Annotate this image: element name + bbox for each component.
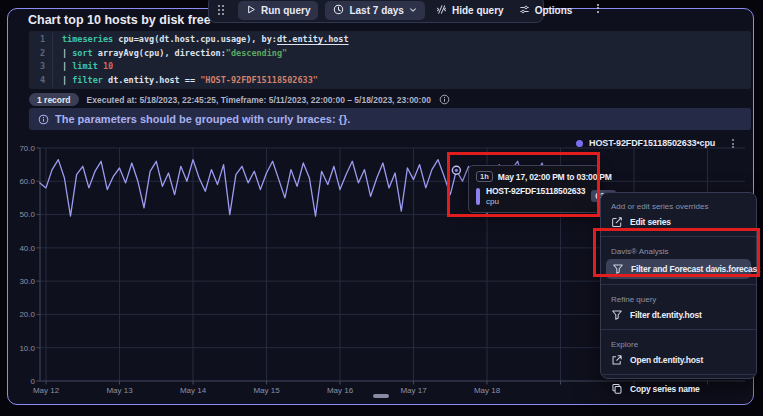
code-text: | filter dt.entity.host == "HOST-92FDF15… (53, 74, 318, 88)
options-label: Options (535, 5, 573, 16)
code-line-1[interactable]: 1timeseries cpu=avg(dt.host.cpu.usage), … (29, 33, 751, 47)
legend-menu-button[interactable] (727, 137, 739, 150)
drag-handle-icon[interactable] (218, 5, 224, 15)
banner-text: The parameters should be grouped with cu… (55, 113, 350, 125)
menu-item-filter-and-forecast[interactable]: Filter and Forecast davis.forecast (606, 259, 751, 279)
menu-section-header: Explore (601, 335, 756, 351)
menu-divider (601, 374, 756, 375)
tooltip-series-name: HOST-92FDF15118502633 (486, 186, 585, 196)
options-sliders-icon (519, 4, 530, 17)
menu-divider (601, 236, 756, 237)
series-color-dot (576, 140, 583, 147)
run-query-button[interactable]: Run query (238, 1, 318, 20)
tooltip-timerange: May 17, 02:00 PM to 03:00 PM (498, 172, 612, 182)
play-icon (246, 4, 256, 17)
tooltip-interval-badge: 1h (476, 171, 493, 182)
options-button[interactable]: Options (515, 1, 577, 20)
menu-item-filter-host[interactable]: Filter dt.entity.host (601, 306, 756, 324)
record-count-badge: 1 record (29, 93, 79, 106)
clock-icon (333, 4, 344, 17)
filter-icon (611, 309, 623, 321)
menu-item-open-host[interactable]: Open dt.entity.host (601, 351, 756, 369)
query-editor[interactable]: 1timeseries cpu=avg(dt.host.cpu.usage), … (29, 31, 751, 89)
run-query-label: Run query (261, 5, 310, 16)
menu-section-header: Davis® Analysis (601, 242, 756, 258)
warning-banner: The parameters should be grouped with cu… (29, 108, 751, 130)
execution-info: Executed at: 5/18/2023, 22:45:25, Timefr… (87, 95, 431, 105)
more-options-button[interactable] (590, 0, 606, 20)
tooltip-series-color-bar (476, 188, 480, 205)
widget-title: Chart top 10 hosts by disk free (28, 13, 211, 27)
edit-icon (611, 216, 623, 228)
chart-legend[interactable]: HOST-92FDF15118502633•cpu (576, 138, 715, 148)
line-number: 4 (29, 74, 53, 88)
menu-divider (601, 329, 756, 330)
menu-section-header: Refine query (601, 290, 756, 306)
tooltip-metric: cpu (486, 197, 585, 206)
code-text: timeseries cpu=avg(dt.host.cpu.usage), b… (53, 33, 349, 47)
line-number: 3 (29, 60, 53, 74)
open-external-icon (611, 354, 623, 366)
copy-icon (611, 383, 623, 395)
menu-item-edit-series[interactable]: Edit series (601, 213, 756, 231)
line-number: 1 (29, 33, 53, 47)
series-context-menu: Add or edit series overrides Edit series… (600, 192, 757, 379)
hide-query-button[interactable]: Hide query (432, 1, 508, 20)
menu-item-label: Copy series name (630, 384, 700, 394)
code-text: | limit 10 (53, 60, 113, 74)
menu-section-header: Add or edit series overrides (601, 197, 756, 213)
timeframe-label: Last 7 days (349, 5, 403, 16)
query-status-row: 1 record Executed at: 5/18/2023, 22:45:2… (29, 92, 450, 107)
chart-tooltip: 1h May 17, 02:00 PM to 03:00 PM HOST-92F… (468, 165, 600, 213)
timeframe-selector[interactable]: Last 7 days (325, 1, 424, 20)
menu-item-copy-series-name[interactable]: Copy series name (601, 380, 756, 398)
hide-query-icon (436, 4, 447, 17)
resize-handle[interactable] (373, 394, 389, 398)
menu-item-label: Open dt.entity.host (630, 355, 703, 365)
code-line-3[interactable]: 3| limit 10 (29, 60, 751, 74)
code-line-4[interactable]: 4| filter dt.entity.host == "HOST-92FDF1… (29, 74, 751, 88)
series-legend-label: HOST-92FDF15118502633•cpu (589, 138, 715, 148)
code-line-2[interactable]: 2| sort arrayAvg(cpu), direction:"descen… (29, 47, 751, 61)
line-number: 2 (29, 47, 53, 61)
code-text: | sort arrayAvg(cpu), direction:"descend… (53, 47, 287, 61)
menu-item-label: Filter and Forecast davis.forecast (631, 264, 760, 274)
widget-toolbar: Run query Last 7 days Hide query Options (208, 0, 544, 23)
execution-info-icon[interactable] (439, 94, 450, 105)
banner-info-icon (38, 114, 49, 125)
menu-item-label: Edit series (630, 217, 671, 227)
menu-item-label: Filter dt.entity.host (630, 310, 702, 320)
filter-icon (612, 263, 624, 275)
hide-query-label: Hide query (452, 5, 504, 16)
chevron-down-icon (409, 5, 417, 16)
kebab-icon (594, 2, 602, 17)
menu-divider (601, 284, 756, 285)
